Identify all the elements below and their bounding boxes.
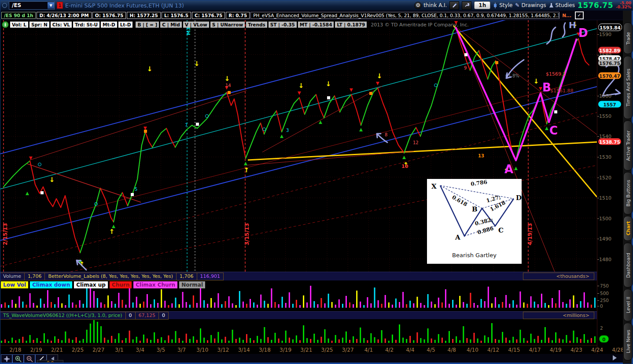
svg-text:9: 9 bbox=[464, 66, 467, 70]
alert-badge-icon[interactable]: 1 bbox=[57, 2, 63, 9]
sidebar-tab-live-news[interactable]: Live News bbox=[623, 323, 633, 360]
symbol-timeframe-cell: /ES 90 d 1h bbox=[1, 12, 36, 19]
wave-volume-histogram[interactable] bbox=[0, 319, 597, 344]
vsa-chip[interactable]: LT | 0.1879 bbox=[335, 22, 367, 28]
sidebar-tab-level-ii[interactable]: Level II bbox=[623, 289, 633, 321]
legend-chip-climax-churn: Climax Churn bbox=[133, 281, 177, 288]
axis-tick-mark bbox=[597, 286, 599, 286]
candlestick-icon bbox=[493, 3, 497, 8]
sidebar-tab-active-trader[interactable]: Active Trader bbox=[623, 120, 633, 171]
ohlc-cell: L: 1576.5 bbox=[162, 12, 191, 19]
pan-tool-button[interactable] bbox=[1, 354, 12, 363]
vsa-chip[interactable]: MT | -0.1584 bbox=[298, 22, 334, 28]
wave-zero-bubble: 0 bbox=[599, 335, 609, 343]
studies-button[interactable]: Studies bbox=[549, 2, 575, 8]
volume-scale-label: 500 bbox=[600, 291, 609, 296]
time-axis[interactable]: 2/182/192/212/252/273/13/43/53/73/103/12… bbox=[0, 345, 597, 354]
price-axis[interactable]: 1590158015601550154015301520151015001490… bbox=[597, 20, 623, 354]
sidebar-tab-dashboard[interactable]: Dashboard bbox=[623, 243, 633, 288]
vsa-chip[interactable]: ST | -0.35 bbox=[269, 22, 297, 28]
date-label: 3/21 bbox=[300, 347, 312, 353]
timeframe-button[interactable]: 1h bbox=[474, 1, 490, 9]
date-label: 3/7 bbox=[177, 347, 186, 353]
style-label: Style bbox=[499, 2, 512, 8]
ohlc-bar: /ES 90 d 1h D: 4/26/13 2:00 PMO: 1576.75… bbox=[0, 11, 633, 20]
date-label: 4/19 bbox=[550, 347, 562, 353]
axis-tick-label: 1500 bbox=[599, 216, 611, 222]
zoom-out-button[interactable] bbox=[24, 354, 35, 363]
date-label: 3/10 bbox=[196, 347, 208, 353]
xabcd-pattern-drawing[interactable] bbox=[456, 27, 577, 160]
drawings-button[interactable]: ✎ Drawings bbox=[515, 2, 546, 8]
volume-legend: Low VolClimax downClimax upChurnClimax C… bbox=[1, 280, 205, 289]
vsa-chip[interactable]: Lt-D bbox=[118, 22, 133, 28]
chart-settings-icon[interactable]: ✓ bbox=[575, 11, 584, 19]
symbol-value: /ES bbox=[12, 2, 21, 8]
ohlc-cells: D: 4/26/13 2:00 PMO: 1576.75H: 1577.25L:… bbox=[37, 12, 250, 19]
svg-text:10: 10 bbox=[401, 164, 409, 169]
price-bubble: 1593.84 bbox=[598, 24, 622, 31]
vsa-chip[interactable]: Cls: VL bbox=[51, 22, 72, 28]
gartley-point-label: D bbox=[516, 194, 522, 202]
crosshair-move-icon bbox=[4, 356, 10, 362]
chevron-down-icon[interactable]: ▼ bbox=[48, 2, 54, 9]
date-label: 3/12 bbox=[217, 347, 229, 353]
sidebar-tab-label: Chart bbox=[626, 221, 631, 235]
svg-text:↑: ↑ bbox=[244, 166, 250, 174]
sidebar-tab-big-buttons[interactable]: Big Buttons bbox=[623, 172, 633, 215]
vsa-chip[interactable]: B | [ = ] bbox=[136, 22, 159, 28]
vsa-chip[interactable]: Vol: L bbox=[10, 22, 28, 28]
vsa-chip[interactable]: Trd: St-U bbox=[73, 22, 99, 28]
sidebar-tab-label: Big Buttons bbox=[626, 180, 631, 207]
sidebar-tab-times-and-sales[interactable]: Times And Sales bbox=[623, 56, 633, 119]
wave-units-label: <millions> bbox=[523, 312, 594, 319]
zoom-in-icon bbox=[15, 356, 22, 362]
svg-text:12: 12 bbox=[413, 140, 419, 145]
vsa-chip[interactable]: Trends bbox=[246, 22, 267, 28]
volume-value: 1,706 bbox=[24, 273, 45, 280]
legend-chip-climax-up: Climax up bbox=[74, 281, 108, 288]
sidebar-tab-trade[interactable]: Trade bbox=[623, 22, 633, 54]
wave-study-label[interactable]: TS_WaveVolumeV060612 ((H+L+C)/3, 1.0, pr… bbox=[0, 312, 126, 320]
vsa-chip[interactable]: V | VLow bbox=[183, 22, 209, 28]
wrench-icon[interactable] bbox=[462, 1, 471, 10]
sidebar-tab-chart[interactable]: Chart bbox=[623, 216, 633, 241]
svg-text:13: 13 bbox=[478, 153, 484, 158]
bettervolume-study-label[interactable]: BetterVolume_Labels (8, Yes, Yes, Yes, Y… bbox=[44, 273, 177, 280]
volume-scale-label: 750 bbox=[600, 283, 609, 288]
svg-text:C: C bbox=[549, 124, 558, 137]
sidebar-tab-label: Live News bbox=[626, 330, 631, 353]
price-chart[interactable]: ↓↓↓↓↓↓↓↓↓↑↑↑↑↑M32/15/133/15/134/19/13$15… bbox=[0, 20, 597, 272]
style-button[interactable]: Style bbox=[493, 2, 512, 8]
study-name-cell[interactable]: PH_eVSA_Enhanced_Volume_Spread_Analysis_… bbox=[250, 12, 559, 19]
date-label: 3/18 bbox=[259, 347, 271, 353]
price-change: -5.00 -0.32% bbox=[616, 1, 631, 9]
volume-value-3: 116,901 bbox=[197, 273, 224, 280]
vsa-chip[interactable]: S | UNarrow bbox=[210, 22, 245, 28]
vsa-chip[interactable]: Spr: N bbox=[29, 22, 49, 28]
gartley-point-label: C bbox=[498, 226, 504, 234]
brush-icon[interactable] bbox=[449, 1, 459, 10]
info-icon[interactable]: i bbox=[2, 21, 9, 28]
drawings-label: Drawings bbox=[521, 2, 546, 8]
sidebar-tab-label: Dashboard bbox=[626, 253, 631, 278]
vsa-chip[interactable]: C | Mid bbox=[160, 22, 181, 28]
gartley-diagram: XABCD0.7860.6181.27;1.6180.382;0.886 bbox=[427, 179, 522, 249]
svg-text:5: 5 bbox=[135, 187, 137, 192]
axis-tick-mark bbox=[597, 300, 599, 301]
zoom-in-button[interactable] bbox=[12, 354, 24, 363]
vsa-status-bar: i Vol: LSpr: NCls: VLTrd: St-UMt-DLt-D B… bbox=[0, 21, 469, 29]
titlebar-actions: ⚙ think A.I. 1h Style ✎ Drawings Studies… bbox=[414, 1, 633, 10]
gartley-ratio-line bbox=[440, 186, 514, 199]
think-ai-button[interactable]: ⚙ think A.I. bbox=[414, 2, 447, 9]
scroll-right-button[interactable] bbox=[613, 355, 617, 360]
svg-text:↓: ↓ bbox=[298, 82, 304, 90]
gartley-point-label: X bbox=[431, 182, 437, 190]
axis-tick-label: 1530 bbox=[599, 154, 611, 160]
legend-chip-climax-down: Climax down bbox=[30, 281, 72, 288]
symbol-dropdown[interactable]: /ES ▼ bbox=[9, 1, 55, 10]
vsa-chip[interactable]: Mt-D bbox=[101, 22, 117, 28]
sidebar-tab-label: Times And Sales bbox=[626, 69, 631, 106]
axis-tick-mark bbox=[597, 306, 599, 306]
svg-text:↓: ↓ bbox=[147, 65, 153, 73]
